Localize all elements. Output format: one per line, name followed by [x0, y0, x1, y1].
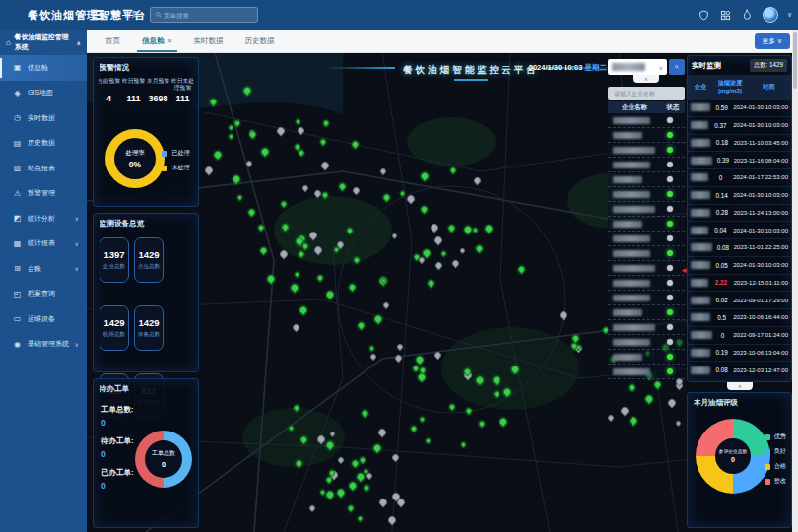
realtime-row[interactable]: 0.08 2023-12-03 12:47:00: [688, 361, 791, 378]
enterprise-row[interactable]: [608, 172, 685, 187]
sidebar-item-label: 基础管理系统: [28, 339, 69, 349]
realtime-row[interactable]: 0.05 2024-01-30 10:03:00: [688, 256, 791, 274]
realtime-row[interactable]: 0 2024-01-17 22:53:00: [688, 168, 791, 186]
page-tab[interactable]: 实时数据 ×: [183, 30, 234, 52]
vertical-scrollbar[interactable]: [792, 30, 798, 532]
flame-icon[interactable]: [741, 9, 754, 22]
enterprise-row[interactable]: [608, 365, 685, 379]
enterprise-row[interactable]: [608, 187, 685, 202]
concentration-value: 0.37: [708, 122, 734, 129]
gis-map-icon: ◈: [13, 89, 22, 98]
realtime-row[interactable]: 0.28 2023-11-24 13:00:00: [688, 204, 791, 222]
enterprise-row[interactable]: [608, 276, 685, 291]
shield-icon[interactable]: [698, 9, 710, 22]
realtime-row[interactable]: 2.22 2023-12-15 01:11:00: [688, 274, 791, 292]
realtime-row[interactable]: 0.59 2024-01-30 10:03:00: [688, 99, 791, 116]
page-tab[interactable]: 首页 ×: [95, 30, 131, 52]
device-overview-panel: 监测设备总览 1397 企业总数 1429 点位总数 1429: [93, 213, 199, 372]
realtime-row[interactable]: 0.19 2023-10-06 13:04:00: [688, 344, 791, 362]
enterprise-row[interactable]: [608, 113, 685, 128]
status-dot: [667, 250, 673, 256]
realtime-row[interactable]: 0.08 2023-11-01 22:25:00: [688, 238, 791, 256]
enterprise-row[interactable]: [608, 350, 685, 365]
concentration-value: 0: [708, 174, 734, 181]
realtime-row[interactable]: 0.18 2023-11-10 03:45:00: [688, 134, 791, 152]
realtime-row[interactable]: 0.39 2023-11-16 08:04:00: [688, 151, 791, 168]
enterprise-search-button[interactable]: [669, 59, 685, 75]
redacted-enterprise-name: [691, 261, 710, 269]
enterprise-row[interactable]: [608, 335, 685, 350]
enterprise-select[interactable]: ∨: [608, 59, 667, 75]
enterprise-row[interactable]: [608, 217, 685, 232]
menu-search-box[interactable]: [150, 7, 258, 23]
sidebar-item[interactable]: ▤ 历史数据: [0, 131, 87, 157]
enterprise-row[interactable]: [608, 232, 685, 246]
enterprise-name-input-wrap[interactable]: [608, 87, 685, 100]
legend-item: 合格: [765, 462, 786, 471]
sidebar-item-label: 预警管理: [28, 188, 55, 198]
enterprise-row[interactable]: [608, 246, 685, 261]
enterprise-row[interactable]: [608, 202, 685, 217]
dashboard: 餐饮油烟智能监控云平台 2024/1/30 10:03 星期二 预警情况 当前预…: [87, 53, 798, 532]
menu-search-input[interactable]: [162, 11, 252, 20]
page-tab[interactable]: 信息舱 ×: [131, 30, 183, 52]
stats-analysis-icon: ◩: [13, 214, 22, 223]
realtime-row[interactable]: 0.37 2024-01-30 10:03:00: [688, 116, 791, 134]
enterprise-row[interactable]: [608, 305, 685, 320]
realtime-row[interactable]: 0.5 2023-10-06 16:44:00: [688, 308, 791, 326]
stats-report-icon: ▦: [13, 239, 22, 248]
timestamp: 2024-01-30 10:03:00: [733, 192, 788, 198]
realtime-row[interactable]: 0 2022-09-17 01:24:00: [688, 326, 791, 344]
scrollbar-thumb[interactable]: [793, 32, 797, 89]
collapse-handle[interactable]: ∧: [633, 75, 659, 83]
timestamp: 2023-10-06 13:04:00: [733, 350, 788, 356]
enterprise-row[interactable]: [608, 291, 685, 305]
concentration-value: 0.14: [710, 192, 733, 199]
sidebar-item[interactable]: ◩ 统计分析 ∨: [0, 206, 87, 232]
status-dot: [667, 280, 673, 286]
enterprise-row[interactable]: [608, 261, 685, 276]
enterprise-row[interactable]: [608, 158, 685, 172]
realtime-monitor-panel: 实时监测 总数: 1429 企业 油烟浓度(mg/m3) 时间 0.59 202…: [687, 55, 792, 382]
sidebar-system-header[interactable]: ⌂ 餐饮油烟监控管理系统 ∧: [0, 30, 87, 55]
sidebar-item[interactable]: ⊞ 台账 ∨: [0, 256, 87, 282]
page-tab[interactable]: 历史数据 ×: [234, 30, 286, 52]
enterprise-row[interactable]: [608, 320, 685, 335]
sidebar-item[interactable]: ◰ 档案查询: [0, 282, 87, 307]
realtime-row[interactable]: 0.04 2024-01-30 10:03:00: [688, 221, 791, 238]
process-rate-donut: 处理率 0%: [105, 129, 165, 188]
sidebar-item[interactable]: ◉ 基础管理系统 ∨: [0, 332, 87, 358]
legend-item: 已处理: [162, 149, 190, 158]
sidebar-item[interactable]: ▦ 统计报表 ∨: [0, 232, 87, 257]
sidebar-item[interactable]: ⚠ 预警管理: [0, 181, 87, 207]
sidebar-item[interactable]: ▭ 运维设备: [0, 306, 87, 332]
realtime-row[interactable]: 0.14 2024-01-30 10:03:00: [688, 186, 791, 204]
sidebar-item[interactable]: ◷ 实时数据: [0, 105, 87, 131]
enterprise-name-input[interactable]: [612, 90, 681, 98]
enterprise-row[interactable]: [608, 128, 685, 143]
more-button[interactable]: 更多 ∨: [755, 33, 790, 49]
menu-toggle-icon[interactable]: [92, 10, 104, 20]
realtime-row[interactable]: 0.02 2023-09-01 17:29:00: [688, 291, 791, 308]
apps-icon[interactable]: [719, 9, 732, 22]
monthly-rating-panel: 本月油烟评级 参评企业总数 0 优秀 良好: [687, 392, 792, 528]
collapse-left-icon[interactable]: ◄: [680, 266, 688, 275]
topbar-home-tab[interactable]: ⊞首页: [114, 0, 139, 30]
enterprise-row[interactable]: [608, 143, 685, 158]
sidebar-item[interactable]: ◈ GIS地图: [0, 81, 87, 106]
collapse-handle[interactable]: ∧: [727, 382, 753, 390]
archive-query-icon: ◰: [13, 290, 22, 299]
user-avatar[interactable]: [763, 7, 778, 23]
redacted-enterprise-name: [691, 173, 708, 181]
chevron-down-icon[interactable]: ∨: [787, 11, 792, 19]
chevron-up-icon: ∧: [76, 39, 81, 46]
chevron-down-icon: ∨: [75, 240, 79, 247]
history-data-icon: ▤: [13, 139, 22, 148]
status-dot: [667, 339, 673, 345]
close-icon[interactable]: ×: [168, 37, 172, 44]
sidebar-item[interactable]: ▣ 信息舱: [0, 55, 87, 81]
status-dot: [667, 176, 673, 182]
sidebar-item[interactable]: ▥ 站点报表: [0, 156, 87, 181]
sidebar-item-label: 台账: [28, 264, 41, 274]
workorder-panel: 待办工单 工单总数: 0 待办工单: 0 已办工单: 0: [93, 378, 199, 528]
